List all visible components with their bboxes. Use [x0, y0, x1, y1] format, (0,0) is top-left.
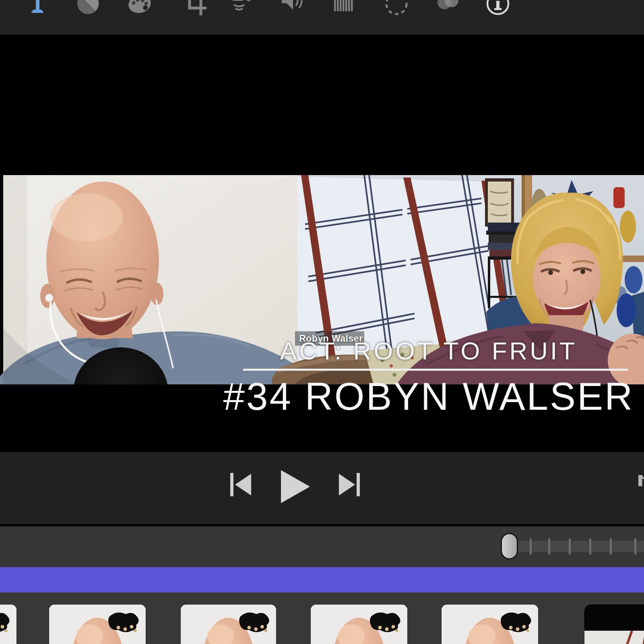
timeline-clip-thumbnail[interactable]: [0, 605, 17, 644]
color-balance-icon[interactable]: [76, 0, 100, 15]
stabilization-icon[interactable]: [228, 0, 252, 15]
ruler-tick: [569, 539, 571, 555]
ruler-tick: [610, 539, 612, 555]
skip-back-button[interactable]: [230, 473, 253, 496]
crop-icon[interactable]: [183, 0, 207, 15]
clip-info-icon[interactable]: [486, 0, 510, 15]
video-title-line2: #34 ROBYN WALSER: [217, 374, 640, 419]
skip-forward-button[interactable]: [337, 473, 360, 496]
ruler-tick: [589, 539, 591, 555]
volume-icon[interactable]: [279, 0, 303, 15]
adjustment-toolbar: [0, 0, 644, 35]
speed-icon[interactable]: [384, 0, 409, 15]
video-viewer[interactable]: Robyn Walser ACT: ROOT TO FRUIT #34 ROBY…: [0, 36, 644, 452]
title-divider-line: [243, 369, 628, 371]
play-icon: [281, 470, 310, 503]
scrubber-ruler[interactable]: [517, 541, 644, 552]
timeline-clip-thumbnail[interactable]: [442, 605, 538, 644]
color-correction-icon[interactable]: [128, 0, 152, 15]
skip-forward-icon: [357, 473, 360, 496]
skip-back-icon: [230, 473, 233, 496]
timeline-clip-end-thumbnail[interactable]: [584, 605, 644, 644]
text-title-icon[interactable]: [25, 0, 50, 15]
transport-bar: [0, 452, 644, 524]
ruler-tick: [634, 539, 636, 555]
play-button[interactable]: [281, 470, 312, 503]
clip-filter-icon[interactable]: [436, 0, 460, 15]
ruler-tick: [530, 539, 532, 555]
timeline-clip-thumbnail[interactable]: [181, 605, 276, 644]
timeline-clip-thumbnail[interactable]: [311, 605, 407, 644]
playhead-handle[interactable]: [502, 534, 517, 558]
video-title-line1: ACT: ROOT TO FRUIT: [225, 336, 632, 365]
filmstrip-tray: [0, 592, 644, 644]
app-window: Robyn Walser ACT: ROOT TO FRUIT #34 ROBY…: [0, 0, 644, 644]
timeline-clip-bar[interactable]: [0, 567, 644, 592]
noise-reduction-icon[interactable]: [331, 0, 355, 15]
ruler-tick: [548, 539, 550, 555]
timeline-clip-thumbnail[interactable]: [49, 605, 146, 644]
